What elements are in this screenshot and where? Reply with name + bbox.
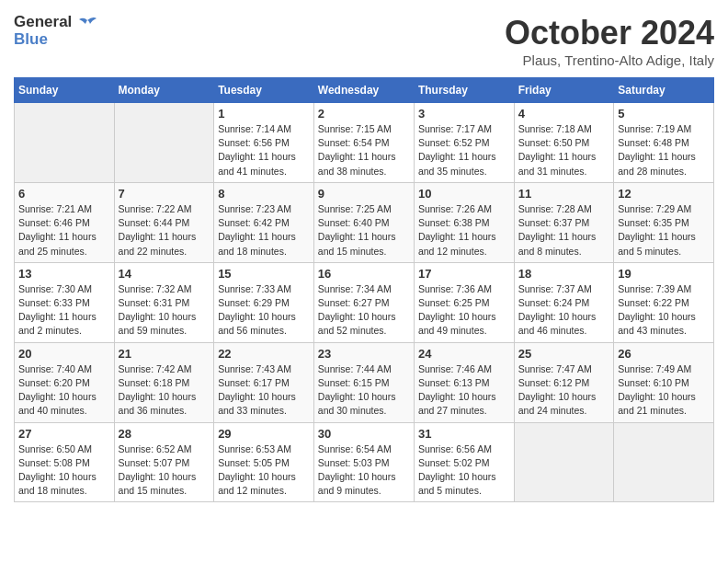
day-number: 2 <box>318 107 410 121</box>
weekday-header-thursday: Thursday <box>414 78 514 103</box>
day-info: Sunrise: 6:54 AMSunset: 5:03 PMDaylight:… <box>318 442 410 499</box>
day-number: 16 <box>318 267 410 281</box>
day-cell: 14Sunrise: 7:32 AMSunset: 6:31 PMDayligh… <box>114 262 214 342</box>
day-info: Sunrise: 7:26 AMSunset: 6:38 PMDaylight:… <box>418 202 510 259</box>
day-cell: 26Sunrise: 7:49 AMSunset: 6:10 PMDayligh… <box>614 342 714 422</box>
day-number: 31 <box>418 427 510 441</box>
weekday-header-sunday: Sunday <box>15 78 115 103</box>
day-cell: 23Sunrise: 7:44 AMSunset: 6:15 PMDayligh… <box>313 342 414 422</box>
day-info: Sunrise: 6:53 AMSunset: 5:05 PMDaylight:… <box>218 442 310 499</box>
day-cell: 30Sunrise: 6:54 AMSunset: 5:03 PMDayligh… <box>313 422 414 502</box>
day-cell <box>114 103 214 183</box>
day-cell: 10Sunrise: 7:26 AMSunset: 6:38 PMDayligh… <box>414 182 514 262</box>
month-title: October 2024 <box>505 14 714 52</box>
day-info: Sunrise: 7:39 AMSunset: 6:22 PMDaylight:… <box>618 282 710 339</box>
day-cell: 29Sunrise: 6:53 AMSunset: 5:05 PMDayligh… <box>214 422 314 502</box>
day-info: Sunrise: 7:33 AMSunset: 6:29 PMDaylight:… <box>218 282 310 339</box>
day-info: Sunrise: 6:50 AMSunset: 5:08 PMDaylight:… <box>18 442 110 499</box>
day-info: Sunrise: 7:29 AMSunset: 6:35 PMDaylight:… <box>618 202 710 259</box>
day-cell: 2Sunrise: 7:15 AMSunset: 6:54 PMDaylight… <box>313 103 414 183</box>
week-row-5: 27Sunrise: 6:50 AMSunset: 5:08 PMDayligh… <box>15 422 714 502</box>
weekday-header-row: SundayMondayTuesdayWednesdayThursdayFrid… <box>15 78 714 103</box>
week-row-4: 20Sunrise: 7:40 AMSunset: 6:20 PMDayligh… <box>15 342 714 422</box>
day-info: Sunrise: 7:34 AMSunset: 6:27 PMDaylight:… <box>318 282 410 339</box>
weekday-header-friday: Friday <box>514 78 613 103</box>
day-number: 21 <box>119 347 210 361</box>
day-cell: 19Sunrise: 7:39 AMSunset: 6:22 PMDayligh… <box>614 262 714 342</box>
day-info: Sunrise: 7:30 AMSunset: 6:33 PMDaylight:… <box>18 282 110 339</box>
day-cell <box>514 422 613 502</box>
day-info: Sunrise: 7:36 AMSunset: 6:25 PMDaylight:… <box>418 282 510 339</box>
day-cell: 16Sunrise: 7:34 AMSunset: 6:27 PMDayligh… <box>313 262 414 342</box>
day-info: Sunrise: 7:32 AMSunset: 6:31 PMDaylight:… <box>119 282 210 339</box>
day-number: 30 <box>318 427 410 441</box>
page-header: General Blue October 2024 Plaus, Trentin… <box>14 14 714 68</box>
day-info: Sunrise: 7:19 AMSunset: 6:48 PMDaylight:… <box>618 122 710 178</box>
day-number: 1 <box>218 107 310 121</box>
day-number: 12 <box>618 187 710 201</box>
day-cell: 18Sunrise: 7:37 AMSunset: 6:24 PMDayligh… <box>514 262 613 342</box>
day-info: Sunrise: 7:14 AMSunset: 6:56 PMDaylight:… <box>218 122 310 178</box>
day-cell: 27Sunrise: 6:50 AMSunset: 5:08 PMDayligh… <box>15 422 115 502</box>
day-number: 27 <box>18 427 110 441</box>
day-info: Sunrise: 7:40 AMSunset: 6:20 PMDaylight:… <box>18 362 110 419</box>
day-number: 24 <box>418 347 510 361</box>
day-cell: 8Sunrise: 7:23 AMSunset: 6:42 PMDaylight… <box>214 182 314 262</box>
day-cell: 25Sunrise: 7:47 AMSunset: 6:12 PMDayligh… <box>514 342 613 422</box>
day-cell: 7Sunrise: 7:22 AMSunset: 6:44 PMDaylight… <box>114 182 214 262</box>
day-number: 25 <box>518 347 609 361</box>
day-cell: 3Sunrise: 7:17 AMSunset: 6:52 PMDaylight… <box>414 103 514 183</box>
day-cell: 31Sunrise: 6:56 AMSunset: 5:02 PMDayligh… <box>414 422 514 502</box>
day-number: 9 <box>318 187 410 201</box>
weekday-header-tuesday: Tuesday <box>214 78 314 103</box>
day-number: 20 <box>18 347 110 361</box>
week-row-3: 13Sunrise: 7:30 AMSunset: 6:33 PMDayligh… <box>15 262 714 342</box>
day-number: 22 <box>218 347 310 361</box>
title-block: October 2024 Plaus, Trentino-Alto Adige,… <box>505 14 714 68</box>
weekday-header-wednesday: Wednesday <box>313 78 414 103</box>
day-cell: 9Sunrise: 7:25 AMSunset: 6:40 PMDaylight… <box>313 182 414 262</box>
day-number: 4 <box>518 107 609 121</box>
day-info: Sunrise: 7:49 AMSunset: 6:10 PMDaylight:… <box>618 362 710 419</box>
day-cell: 11Sunrise: 7:28 AMSunset: 6:37 PMDayligh… <box>514 182 613 262</box>
day-cell: 20Sunrise: 7:40 AMSunset: 6:20 PMDayligh… <box>15 342 115 422</box>
day-info: Sunrise: 7:18 AMSunset: 6:50 PMDaylight:… <box>518 122 609 178</box>
day-number: 18 <box>518 267 609 281</box>
location: Plaus, Trentino-Alto Adige, Italy <box>505 52 714 68</box>
day-info: Sunrise: 7:42 AMSunset: 6:18 PMDaylight:… <box>119 362 210 419</box>
day-number: 19 <box>618 267 710 281</box>
day-number: 5 <box>618 107 710 121</box>
week-row-2: 6Sunrise: 7:21 AMSunset: 6:46 PMDaylight… <box>15 182 714 262</box>
day-number: 17 <box>418 267 510 281</box>
day-number: 10 <box>418 187 510 201</box>
day-number: 14 <box>119 267 210 281</box>
day-number: 6 <box>18 187 110 201</box>
day-cell <box>15 103 115 183</box>
day-cell: 22Sunrise: 7:43 AMSunset: 6:17 PMDayligh… <box>214 342 314 422</box>
day-info: Sunrise: 6:52 AMSunset: 5:07 PMDaylight:… <box>119 442 210 499</box>
day-number: 3 <box>418 107 510 121</box>
day-cell: 13Sunrise: 7:30 AMSunset: 6:33 PMDayligh… <box>15 262 115 342</box>
day-number: 28 <box>119 427 210 441</box>
day-info: Sunrise: 7:21 AMSunset: 6:46 PMDaylight:… <box>18 202 110 259</box>
day-cell: 5Sunrise: 7:19 AMSunset: 6:48 PMDaylight… <box>614 103 714 183</box>
day-info: Sunrise: 7:44 AMSunset: 6:15 PMDaylight:… <box>318 362 410 419</box>
day-info: Sunrise: 7:43 AMSunset: 6:17 PMDaylight:… <box>218 362 310 419</box>
day-info: Sunrise: 7:28 AMSunset: 6:37 PMDaylight:… <box>518 202 609 259</box>
day-info: Sunrise: 6:56 AMSunset: 5:02 PMDaylight:… <box>418 442 510 499</box>
day-cell: 1Sunrise: 7:14 AMSunset: 6:56 PMDaylight… <box>214 103 314 183</box>
logo: General Blue <box>14 14 97 48</box>
calendar-table: SundayMondayTuesdayWednesdayThursdayFrid… <box>14 77 714 502</box>
day-cell: 24Sunrise: 7:46 AMSunset: 6:13 PMDayligh… <box>414 342 514 422</box>
day-cell: 12Sunrise: 7:29 AMSunset: 6:35 PMDayligh… <box>614 182 714 262</box>
day-info: Sunrise: 7:17 AMSunset: 6:52 PMDaylight:… <box>418 122 510 178</box>
day-cell: 15Sunrise: 7:33 AMSunset: 6:29 PMDayligh… <box>214 262 314 342</box>
day-number: 15 <box>218 267 310 281</box>
day-info: Sunrise: 7:47 AMSunset: 6:12 PMDaylight:… <box>518 362 609 419</box>
day-info: Sunrise: 7:46 AMSunset: 6:13 PMDaylight:… <box>418 362 510 419</box>
day-number: 26 <box>618 347 710 361</box>
day-number: 23 <box>318 347 410 361</box>
day-cell: 4Sunrise: 7:18 AMSunset: 6:50 PMDaylight… <box>514 103 613 183</box>
weekday-header-saturday: Saturday <box>614 78 714 103</box>
day-number: 29 <box>218 427 310 441</box>
